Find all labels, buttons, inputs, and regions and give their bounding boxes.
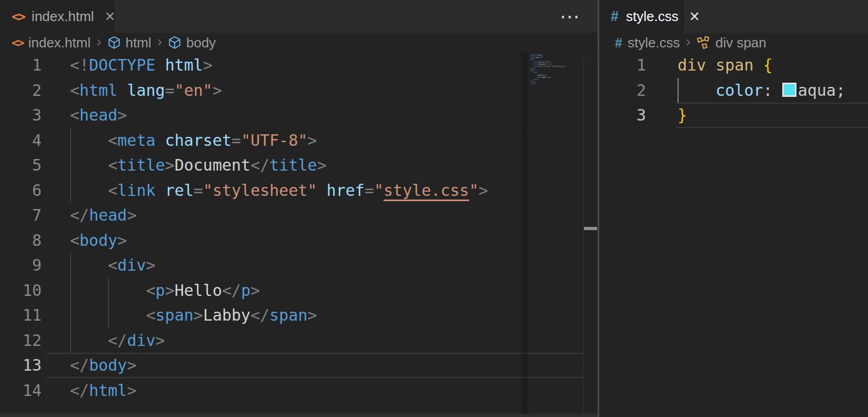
code-text: </head> <box>70 203 136 228</box>
indent-guide <box>70 153 71 178</box>
code-text: </body> <box>70 353 136 378</box>
overview-ruler[interactable] <box>583 56 598 417</box>
code-line[interactable]: 6 <link rel="stylesheet" href="style.css… <box>0 178 598 203</box>
horizontal-scrollbar[interactable] <box>0 414 598 417</box>
code-text: <head> <box>70 103 127 128</box>
chevron-right-icon: › <box>96 33 101 50</box>
css-file-icon: # <box>615 35 622 51</box>
code-line[interactable]: 7</head> <box>0 203 598 228</box>
tab-bar-left: <> index.html ✕ ⋯ <box>0 0 598 33</box>
line-number[interactable]: 2 <box>0 78 70 103</box>
overview-cursor-marker <box>584 227 597 230</box>
code-area-right[interactable]: 1div span {2 color: aqua;3} <box>599 53 868 128</box>
chevron-right-icon: › <box>157 33 162 50</box>
tab-style-css[interactable]: # style.css ✕ <box>599 0 684 33</box>
breadcrumb-node-body[interactable]: body <box>186 35 216 51</box>
color-swatch[interactable] <box>782 83 796 97</box>
code-text: color: aqua; <box>678 78 845 103</box>
code-text: <title>Document</title> <box>70 153 327 178</box>
line-number[interactable]: 4 <box>0 128 70 153</box>
code-text: <!DOCTYPE html> <box>70 53 213 78</box>
line-number[interactable]: 8 <box>0 228 70 253</box>
code-text: div span { <box>678 53 773 78</box>
code-line[interactable]: 2<html lang="en"> <box>0 78 598 103</box>
code-text: <span>Labby</span> <box>70 303 317 328</box>
tab-label: index.html <box>32 8 94 25</box>
breadcrumb: <> index.html › html › body <box>12 33 216 53</box>
code-text: <p>Hello</p> <box>70 278 260 303</box>
code-text: <meta charset="UTF-8"> <box>70 128 317 153</box>
code-text: <div> <box>70 253 156 278</box>
code-line[interactable]: 1<!DOCTYPE html> <box>0 53 598 78</box>
breadcrumb-node-rule[interactable]: div span <box>715 35 766 51</box>
code-text: <html lang="en"> <box>70 78 222 103</box>
code-text: </div> <box>70 328 165 353</box>
indent-guide <box>70 128 71 153</box>
indent-guide <box>678 78 679 103</box>
html-file-icon: <> <box>12 36 23 49</box>
breadcrumb: # style.css › div span <box>615 33 766 53</box>
indent-guide <box>70 328 71 353</box>
code-line[interactable]: 13</body> <box>0 353 598 378</box>
line-number[interactable]: 7 <box>0 203 70 228</box>
symbol-rule-icon <box>697 36 711 50</box>
indent-guide <box>70 253 71 278</box>
code-line[interactable]: 8<body> <box>0 228 598 253</box>
symbol-cube-icon <box>107 36 121 49</box>
line-number[interactable]: 3 <box>599 103 678 128</box>
code-text: </html> <box>70 378 136 403</box>
code-line[interactable]: 11 <span>Labby</span> <box>0 303 598 328</box>
code-line[interactable]: 2 color: aqua; <box>599 78 868 103</box>
more-actions-button[interactable]: ⋯ <box>552 0 587 33</box>
code-text: <link rel="stylesheet" href="style.css"> <box>70 178 488 203</box>
editor-group-right: # style.css ✕ # style.css › div span 1di… <box>599 0 868 417</box>
indent-guide <box>70 178 71 203</box>
line-number[interactable]: 6 <box>0 178 70 203</box>
line-number[interactable]: 5 <box>0 153 70 178</box>
breadcrumb-file[interactable]: index.html <box>28 35 91 51</box>
indent-guide <box>70 303 71 328</box>
tab-index-html[interactable]: <> index.html ✕ <box>0 0 115 33</box>
line-number[interactable]: 1 <box>0 53 70 78</box>
line-number[interactable]: 12 <box>0 328 70 353</box>
minimap-line: </html> <box>530 83 583 85</box>
code-line[interactable]: 3<head> <box>0 103 598 128</box>
code-line[interactable]: 10 <p>Hello</p> <box>0 278 598 303</box>
line-number[interactable]: 11 <box>0 303 70 328</box>
line-number[interactable]: 9 <box>0 253 70 278</box>
code-line[interactable]: 3} <box>599 103 868 128</box>
code-line[interactable]: 9 <div> <box>0 253 598 278</box>
code-line[interactable]: 1div span { <box>599 53 868 78</box>
symbol-cube-icon <box>168 36 181 49</box>
line-number[interactable]: 10 <box>0 278 70 303</box>
close-icon[interactable]: ✕ <box>105 7 116 25</box>
indent-guide <box>108 303 109 328</box>
html-file-icon: <> <box>12 9 24 24</box>
tab-label: style.css <box>626 8 679 25</box>
code-text: } <box>678 103 687 128</box>
line-number[interactable]: 14 <box>0 378 70 403</box>
css-file-icon: # <box>611 8 619 25</box>
breadcrumb-node-html[interactable]: html <box>126 35 152 51</box>
code-area-left[interactable]: 1<!DOCTYPE html>2<html lang="en">3<head>… <box>0 53 598 403</box>
breadcrumb-file[interactable]: style.css <box>628 35 680 51</box>
chevron-right-icon: › <box>686 33 691 50</box>
close-icon[interactable]: ✕ <box>689 7 700 25</box>
code-line[interactable]: 14</html> <box>0 378 598 403</box>
line-number[interactable]: 1 <box>599 53 678 78</box>
vscode-window: <> index.html ✕ ⋯ <> index.html › html › <box>0 0 868 417</box>
tab-bar-right: # style.css ✕ <box>599 0 868 33</box>
line-number[interactable]: 2 <box>599 78 678 103</box>
indent-guide <box>108 278 109 303</box>
code-text: <body> <box>70 228 127 253</box>
indent-guide <box>70 278 71 303</box>
code-line[interactable]: 12 </div> <box>0 328 598 353</box>
line-number[interactable]: 13 <box>0 353 70 378</box>
line-number[interactable]: 3 <box>0 103 70 128</box>
code-line[interactable]: 4 <meta charset="UTF-8"> <box>0 128 598 153</box>
editor-group-left: <> index.html ✕ ⋯ <> index.html › html › <box>0 0 598 417</box>
minimap[interactable]: <!DOCTYPE html><html lang="en"><head> <m… <box>527 54 583 396</box>
minimap-shadow <box>519 53 527 417</box>
code-line[interactable]: 5 <title>Document</title> <box>0 153 598 178</box>
